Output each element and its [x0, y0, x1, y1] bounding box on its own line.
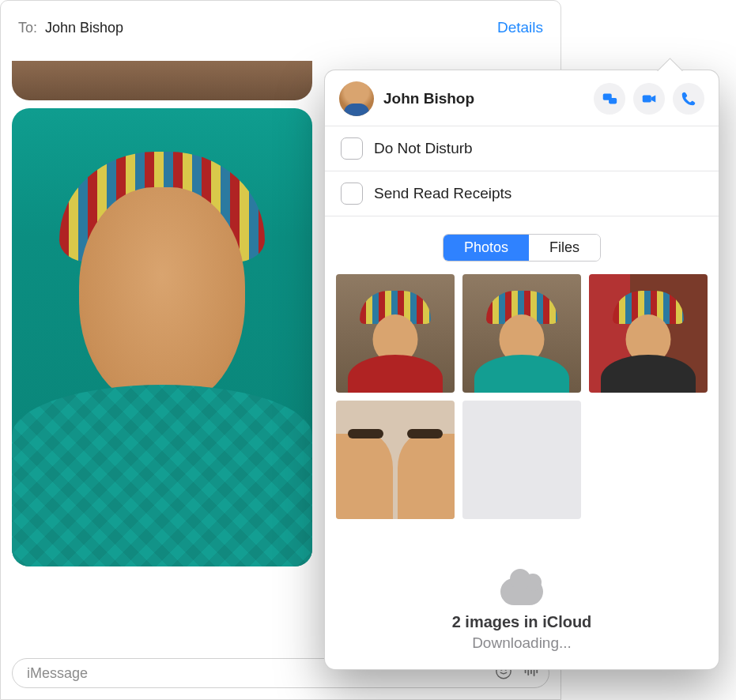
- cloud-icon: [500, 578, 543, 605]
- dnd-checkbox[interactable]: [341, 137, 363, 160]
- attachments-segment: Photos Files: [325, 216, 719, 274]
- audio-call-button[interactable]: [673, 83, 704, 115]
- chat-header: To: John Bishop Details: [1, 1, 560, 55]
- video-call-button[interactable]: [633, 83, 665, 115]
- tab-photos[interactable]: Photos: [443, 235, 529, 261]
- received-image-bubble-partial[interactable]: [12, 61, 312, 100]
- received-image-bubble[interactable]: [12, 108, 312, 566]
- icloud-count: 2 images in iCloud: [325, 613, 719, 631]
- screen-share-button[interactable]: [594, 83, 625, 115]
- photo-grid: [325, 274, 719, 519]
- contact-header: John Bishop: [325, 70, 719, 126]
- photo-thumbnail-placeholder: [462, 401, 581, 519]
- dnd-label: Do Not Disturb: [374, 140, 473, 157]
- photo-thumbnail[interactable]: [336, 274, 455, 393]
- tab-files[interactable]: Files: [529, 235, 600, 261]
- to-label: To:: [18, 20, 37, 36]
- contact-actions: [594, 83, 704, 115]
- contact-name: John Bishop: [383, 90, 584, 107]
- icloud-downloading: Downloading...: [325, 634, 719, 652]
- photo-content: [12, 385, 312, 566]
- recipient-name: John Bishop: [45, 20, 123, 36]
- read-receipts-row[interactable]: Send Read Receipts: [325, 171, 719, 216]
- contact-avatar[interactable]: [339, 81, 374, 116]
- photo-content: [79, 187, 245, 408]
- message-placeholder: iMessage: [27, 665, 88, 682]
- do-not-disturb-row[interactable]: Do Not Disturb: [325, 126, 719, 171]
- details-button[interactable]: Details: [497, 19, 543, 36]
- details-popover: John Bishop Do Not Disturb Send Read Rec…: [324, 70, 719, 670]
- svg-rect-10: [643, 95, 651, 102]
- read-receipts-label: Send Read Receipts: [374, 185, 511, 202]
- photo-thumbnail[interactable]: [462, 274, 581, 393]
- read-receipts-checkbox[interactable]: [341, 183, 363, 205]
- svg-rect-9: [609, 98, 617, 103]
- icloud-status: 2 images in iCloud Downloading...: [325, 564, 719, 669]
- photo-thumbnail[interactable]: [336, 401, 455, 519]
- photo-thumbnail[interactable]: [589, 274, 708, 393]
- recipient-field[interactable]: To: John Bishop: [18, 20, 123, 36]
